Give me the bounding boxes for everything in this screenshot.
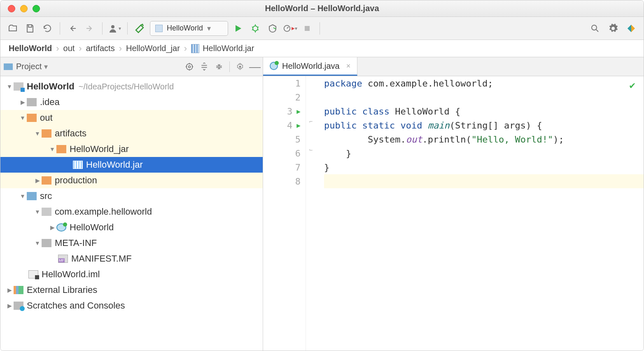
expand-all-icon[interactable] (200, 62, 209, 71)
manifest-icon (58, 255, 68, 263)
inspection-ok-icon[interactable]: ✔ (630, 80, 635, 91)
tree-label: HelloWorld.jar (86, 159, 143, 170)
project-panel-header: Project ▾ — (0, 57, 263, 76)
tree-label: .idea (40, 97, 60, 108)
back-icon[interactable] (65, 21, 80, 36)
tree-class[interactable]: ▶ HelloWorld (0, 220, 263, 235)
coverage-icon[interactable] (265, 21, 280, 36)
editor-tab[interactable]: HelloWorld.java × (263, 57, 357, 76)
jar-icon (73, 161, 83, 169)
collapse-arrow-icon[interactable]: ▼ (48, 146, 56, 152)
line-number: 4 (287, 120, 292, 131)
tree-folder-artifacts[interactable]: ▼ artifacts (0, 126, 263, 141)
project-panel-title[interactable]: Project (16, 62, 42, 71)
project-tool-window: Project ▾ — ▼ HelloWorld ~/IdeaProjects/… (0, 57, 263, 351)
stop-icon[interactable] (300, 21, 315, 36)
folder-icon (42, 129, 51, 138)
breadcrumb-item[interactable]: artifacts (86, 44, 115, 53)
expand-arrow-icon[interactable]: ▶ (33, 177, 42, 184)
folder-icon (42, 176, 51, 185)
collapse-arrow-icon[interactable]: ▼ (5, 83, 14, 90)
build-icon[interactable] (133, 21, 147, 36)
gear-icon[interactable] (236, 62, 245, 71)
expand-arrow-icon[interactable]: ▶ (19, 99, 27, 105)
module-icon (14, 82, 23, 91)
hide-icon[interactable]: — (250, 62, 259, 71)
svg-point-1 (253, 26, 258, 31)
collapse-arrow-icon[interactable]: ▼ (33, 208, 42, 215)
package-icon (42, 208, 51, 216)
breadcrumb-item[interactable]: out (63, 44, 75, 53)
run-gutter-icon[interactable]: ▶ (296, 122, 301, 129)
chevron-down-icon[interactable]: ▾ (44, 62, 48, 71)
save-icon[interactable] (23, 21, 37, 36)
tree-label: External Libraries (27, 285, 97, 295)
collapse-arrow-icon[interactable]: ▼ (19, 115, 27, 121)
tree-folder-out[interactable]: ▼ out (0, 110, 263, 126)
collapse-arrow-icon[interactable]: ▼ (33, 130, 42, 137)
tree-label: com.example.helloworld (55, 206, 152, 217)
breadcrumb-item[interactable]: HelloWorld (9, 44, 52, 53)
expand-arrow-icon[interactable]: ▶ (48, 224, 56, 231)
tree-folder-idea[interactable]: ▶ .idea (0, 94, 263, 110)
tree-file-jar[interactable]: HelloWorld.jar (0, 157, 263, 173)
breadcrumb-item[interactable]: HelloWorld.jar (191, 44, 254, 53)
tree-label: HelloWorld (70, 222, 114, 233)
search-icon[interactable] (588, 21, 602, 36)
code-content[interactable]: ✔ package com.example.helloworld; public… (316, 76, 644, 351)
tree-file-iml[interactable]: HelloWorld.iml (0, 267, 263, 282)
tab-label: HelloWorld.java (282, 61, 340, 71)
refresh-icon[interactable] (40, 21, 55, 36)
collapse-arrow-icon[interactable]: ▼ (33, 240, 42, 246)
line-number: 6 (295, 148, 301, 159)
tree-scratches[interactable]: ▶ Scratches and Consoles (0, 298, 263, 314)
chevron-right-icon: › (119, 43, 122, 54)
open-icon[interactable] (5, 21, 20, 36)
tree-file-manifest[interactable]: MANIFEST.MF (0, 251, 263, 267)
tree-project-root[interactable]: ▼ HelloWorld ~/IdeaProjects/HelloWorld (0, 79, 263, 94)
collapse-all-icon[interactable] (215, 62, 224, 71)
forward-icon[interactable] (82, 21, 97, 36)
fold-column: ⌐ ⌙ (306, 76, 316, 351)
svg-point-6 (187, 63, 193, 70)
run-icon[interactable] (231, 21, 245, 36)
run-config-selector[interactable]: HelloWorld ▾ (150, 21, 228, 36)
run-gutter-icon[interactable]: ▶ (296, 108, 301, 115)
fold-icon[interactable]: ⌐ (306, 118, 316, 132)
profile-icon[interactable]: ▶▾ (282, 21, 297, 36)
tree-label: HelloWorld_jar (70, 144, 129, 154)
window-title: HelloWorld – HelloWorld.java (0, 4, 644, 13)
gear-icon[interactable] (606, 21, 621, 36)
tree-external-libraries[interactable]: ▶ External Libraries (0, 282, 263, 298)
tree-folder-production[interactable]: ▶ production (0, 173, 263, 188)
expand-arrow-icon[interactable]: ▶ (5, 287, 14, 293)
jetbrains-icon[interactable] (624, 21, 639, 36)
source-folder-icon (27, 192, 37, 200)
tree-package[interactable]: ▼ com.example.helloworld (0, 204, 263, 220)
tree-folder-src[interactable]: ▼ src (0, 188, 263, 204)
scratches-icon (14, 302, 23, 310)
chevron-down-icon: ▾ (207, 24, 211, 33)
tree-folder-metainf[interactable]: ▼ META-INF (0, 235, 263, 251)
jar-icon (191, 44, 199, 53)
code-editor[interactable]: 1 2 3▶ 4▶ 5 6 7 8 ⌐ ⌙ ✔ package com.exam… (263, 76, 644, 351)
tree-label: HelloWorld (27, 81, 75, 92)
tree-label: Scratches and Consoles (27, 300, 125, 311)
run-config-name: HelloWorld (167, 24, 203, 33)
breadcrumb-item[interactable]: HelloWorld_jar (126, 44, 180, 53)
line-number: 7 (295, 162, 301, 173)
gutter: 1 2 3▶ 4▶ 5 6 7 8 (263, 76, 306, 351)
fold-icon[interactable]: ⌙ (306, 146, 316, 160)
debug-icon[interactable] (248, 21, 263, 36)
collapse-arrow-icon[interactable]: ▼ (19, 193, 27, 199)
tree-folder-jar[interactable]: ▼ HelloWorld_jar (0, 141, 263, 157)
libraries-icon (14, 286, 23, 294)
locate-icon[interactable] (185, 62, 194, 71)
close-icon[interactable]: × (346, 62, 351, 70)
svg-point-4 (592, 25, 597, 30)
class-icon (270, 62, 278, 70)
toolbar-separator (320, 22, 320, 35)
expand-arrow-icon[interactable]: ▶ (5, 302, 14, 309)
user-icon[interactable]: ▾ (107, 21, 122, 36)
tree-label: production (55, 175, 97, 186)
